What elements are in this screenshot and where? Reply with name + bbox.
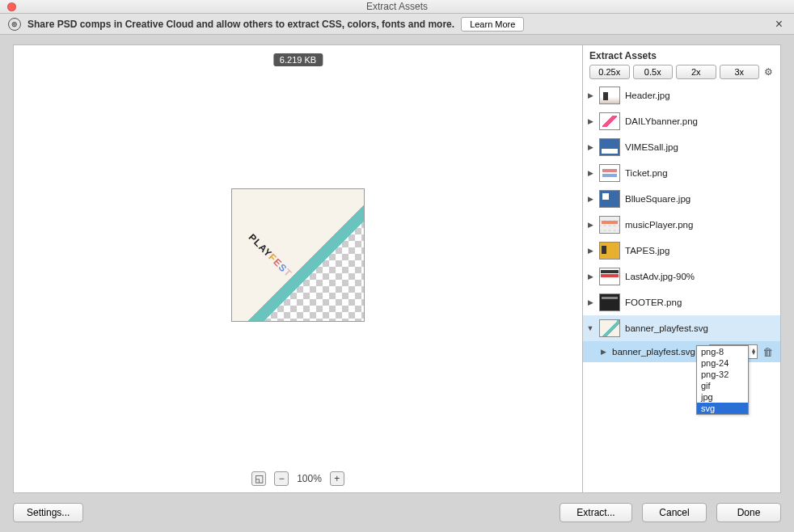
format-option[interactable]: png-32	[697, 369, 748, 380]
asset-panel: Extract Assets 0.25x 0.5x 2x 3x ⚙ ▶Heade…	[582, 45, 780, 492]
chevron-right-icon[interactable]: ▶	[586, 247, 594, 255]
window-titlebar: Extract Assets	[0, 0, 794, 14]
zoom-out-icon[interactable]: −	[274, 471, 289, 486]
info-bar: ⊚ Share PSD comps in Creative Cloud and …	[0, 14, 794, 35]
asset-name-label: FOOTER.png	[625, 298, 774, 307]
asset-row[interactable]: ▼banner_playfest.svg	[583, 315, 780, 341]
asset-thumbnail	[599, 242, 620, 260]
asset-thumbnail	[599, 319, 620, 337]
chevron-right-icon[interactable]: ▶	[586, 298, 594, 306]
asset-row[interactable]: ▶Header.jpg	[583, 82, 780, 108]
zoom-level: 100%	[297, 473, 322, 484]
filesize-badge: 6.219 KB	[273, 53, 323, 66]
zoom-controls: ◱ − 100% +	[14, 465, 582, 492]
scale-buttons-row: 0.25x 0.5x 2x 3x ⚙	[589, 65, 774, 79]
chevron-right-icon[interactable]: ▶	[599, 348, 607, 356]
asset-name-label: Ticket.png	[625, 168, 774, 178]
preview-pane: 6.219 KB PLAYFEST ◱ − 100% +	[14, 45, 582, 492]
cancel-button[interactable]: Cancel	[642, 503, 707, 522]
gear-icon[interactable]: ⚙	[762, 66, 774, 78]
learn-more-button[interactable]: Learn More	[461, 17, 524, 32]
chevron-right-icon[interactable]: ▶	[586, 195, 594, 203]
fit-screen-icon[interactable]: ◱	[251, 471, 266, 486]
asset-thumbnail	[599, 164, 620, 182]
format-option[interactable]: png-24	[697, 357, 748, 369]
asset-name-label: VIMESall.jpg	[625, 142, 774, 152]
asset-row[interactable]: ▶TAPES.jpg	[583, 238, 780, 264]
done-button[interactable]: Done	[716, 503, 781, 522]
chevron-right-icon[interactable]: ▶	[586, 117, 594, 125]
asset-row[interactable]: ▶musicPlayer.png	[583, 212, 780, 238]
asset-name-label: Header.jpg	[625, 91, 774, 100]
zoom-in-icon[interactable]: +	[330, 471, 344, 486]
close-window-dot[interactable]	[7, 2, 16, 11]
asset-thumbnail	[599, 293, 620, 311]
format-option[interactable]: jpg	[697, 391, 748, 403]
asset-sub-row[interactable]: ▶banner_playfest.svgsvg▴▾🗑	[583, 341, 780, 362]
asset-row[interactable]: ▶FOOTER.png	[583, 289, 780, 315]
asset-name-label: LastAdv.jpg-90%	[625, 272, 774, 281]
main-area: 6.219 KB PLAYFEST ◱ − 100% + Extract Ass…	[13, 44, 781, 493]
asset-thumbnail	[599, 190, 620, 208]
asset-preview: PLAYFEST	[231, 188, 365, 322]
asset-thumbnail	[599, 87, 620, 104]
asset-thumbnail	[599, 112, 620, 130]
scale-0-5x-button[interactable]: 0.5x	[633, 65, 674, 79]
chevron-down-icon[interactable]: ▼	[586, 324, 594, 332]
format-option[interactable]: gif	[697, 380, 748, 391]
scale-2x-button[interactable]: 2x	[676, 65, 716, 79]
asset-thumbnail	[599, 268, 620, 285]
settings-button[interactable]: Settings...	[13, 503, 83, 522]
extract-button[interactable]: Extract...	[560, 503, 632, 522]
asset-name-label: musicPlayer.png	[625, 220, 774, 230]
creative-cloud-icon: ⊚	[8, 18, 21, 31]
chevron-right-icon[interactable]: ▶	[586, 169, 594, 177]
format-dropdown[interactable]: png-8png-24png-32gifjpgsvg	[696, 345, 749, 415]
asset-thumbnail	[599, 216, 620, 234]
format-option[interactable]: svg	[697, 403, 748, 414]
trash-icon[interactable]: 🗑	[762, 346, 774, 358]
chevron-right-icon[interactable]: ▶	[586, 143, 594, 151]
scale-3x-button[interactable]: 3x	[720, 65, 760, 79]
asset-row[interactable]: ▶VIMESall.jpg	[583, 134, 780, 160]
asset-name-label: banner_playfest.svg	[625, 323, 774, 333]
preview-artwork-text: PLAYFEST	[245, 226, 300, 281]
preview-canvas[interactable]: PLAYFEST	[14, 45, 582, 465]
chevron-right-icon[interactable]: ▶	[586, 91, 594, 99]
asset-row[interactable]: ▶Ticket.png	[583, 160, 780, 186]
asset-row[interactable]: ▶BllueSquare.jpg	[583, 186, 780, 212]
sub-asset-name: banner_playfest.svg	[612, 347, 704, 357]
chevron-right-icon[interactable]: ▶	[586, 272, 594, 281]
close-infobar-icon[interactable]: ×	[772, 17, 786, 32]
asset-name-label: BllueSquare.jpg	[625, 194, 774, 204]
scale-0-25x-button[interactable]: 0.25x	[589, 65, 630, 79]
asset-row[interactable]: ▶LastAdv.jpg-90%	[583, 264, 780, 289]
asset-name-label: DAILYbanner.png	[625, 116, 774, 126]
asset-name-label: TAPES.jpg	[625, 246, 774, 255]
panel-title: Extract Assets	[589, 50, 774, 61]
asset-thumbnail	[599, 138, 620, 156]
asset-row[interactable]: ▶DAILYbanner.png	[583, 108, 780, 134]
asset-list: ▶Header.jpg▶DAILYbanner.png▶VIMESall.jpg…	[583, 82, 780, 492]
format-option[interactable]: png-8	[697, 346, 748, 357]
bottom-bar: Settings... Extract... Cancel Done	[0, 493, 794, 532]
window-title: Extract Assets	[366, 1, 428, 12]
chevron-right-icon[interactable]: ▶	[586, 221, 594, 229]
info-text: Share PSD comps in Creative Cloud and al…	[27, 19, 454, 30]
